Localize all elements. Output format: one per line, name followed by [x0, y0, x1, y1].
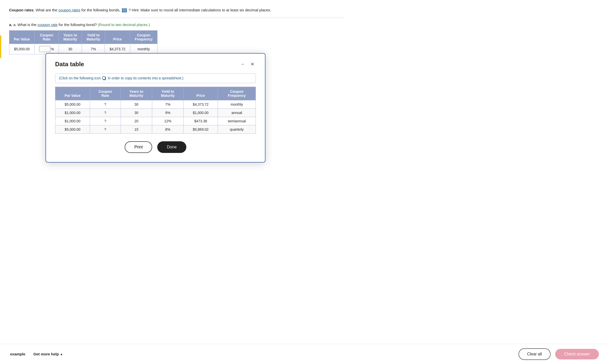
dt-header-yield-maturity: Yield toMaturity: [152, 87, 184, 100]
chevron-up-icon: ▲: [60, 352, 63, 356]
dt-yield-maturity: 12%: [152, 117, 184, 125]
dt-par-value: $1,000.00: [55, 117, 90, 125]
main-par-value: $5,000.00: [9, 44, 35, 54]
dt-coupon-frequency: semiannual: [218, 117, 256, 125]
modal-minimize-button[interactable]: −: [239, 61, 246, 68]
modal-controls: − ✕: [239, 61, 256, 68]
bottom-right: Clear all Check answer: [518, 348, 599, 360]
dt-par-value: $1,000.00: [55, 109, 90, 117]
left-accent-bar: [0, 35, 1, 58]
main-header-coupon-rate: CouponRate: [35, 31, 59, 44]
dt-header-price: Price: [184, 87, 218, 100]
main-yield-maturity: 7%: [82, 44, 105, 54]
question-text: . What are the: [34, 8, 58, 12]
sub-question-a: a.: [9, 22, 12, 27]
dt-header-years-maturity: Years toMaturity: [121, 87, 152, 100]
modal-note-text2: in order to copy its contents into a spr…: [108, 76, 184, 80]
main-header-price: Price: [105, 31, 130, 44]
dt-par-value: $5,000.00: [55, 125, 90, 134]
question-hint: ? Hint: Make sure to round all intermedi…: [129, 8, 271, 12]
dt-price: $1,000.00: [184, 109, 218, 117]
sub-question-rest: for the following bond?: [58, 22, 98, 27]
dt-header-coupon-frequency: CouponFrequency: [218, 87, 256, 100]
dt-coupon-frequency: annual: [218, 109, 256, 117]
dt-coupon-frequency: quarterly: [218, 125, 256, 134]
dt-years-maturity: 30: [121, 109, 152, 117]
coupon-rate-input[interactable]: [39, 46, 50, 52]
get-more-help-text: Get more help: [33, 352, 59, 356]
data-table-modal: Data table − ✕ (Click on the following i…: [46, 53, 265, 163]
round-note: (Round to two decimal places.): [98, 22, 150, 27]
dt-coupon-rate: ?: [90, 117, 121, 125]
modal-title: Data table: [55, 61, 84, 68]
bottom-bar: example Get more help ▲ Clear all Check …: [0, 344, 609, 364]
modal-close-button[interactable]: ✕: [249, 61, 256, 68]
main-years-maturity: 30: [59, 44, 82, 54]
modal-note-text1: (Click on the following icon: [59, 76, 102, 80]
dt-coupon-rate: ?: [90, 100, 121, 109]
dt-price: $5,869.02: [184, 125, 218, 134]
clear-all-button[interactable]: Clear all: [518, 348, 551, 360]
bottom-left: example Get more help ▲: [10, 352, 63, 356]
check-answer-button[interactable]: Check answer: [555, 349, 599, 359]
data-table-row: $1,000.00?309%$1,000.00annual: [55, 109, 256, 117]
coupon-rate-link[interactable]: coupon rate: [38, 22, 58, 27]
question-intro: Coupon rates: [9, 8, 34, 12]
dt-coupon-rate: ?: [90, 109, 121, 117]
sub-question-text: a. What is the: [13, 22, 38, 27]
dt-years-maturity: 15: [121, 125, 152, 134]
dt-header-coupon-rate: CouponRate: [90, 87, 121, 100]
main-header-years-maturity: Years toMaturity: [59, 31, 82, 44]
spreadsheet-icon-inline: [121, 8, 128, 12]
main-header-coupon-frequency: CouponFrequency: [130, 31, 157, 44]
question-header: Coupon rates. What are the coupon rates …: [9, 7, 345, 13]
done-button[interactable]: Done: [157, 141, 186, 153]
dt-years-maturity: 20: [121, 117, 152, 125]
dt-price: $473.38: [184, 117, 218, 125]
main-header-par-value: Par Value: [9, 31, 35, 44]
dt-years-maturity: 30: [121, 100, 152, 109]
copy-icon: [102, 76, 108, 80]
main-coupon-rate-cell: %: [35, 44, 59, 54]
dt-header-par-value: Par Value: [55, 87, 90, 100]
main-price: $4,373.72: [105, 44, 130, 54]
modal-note: (Click on the following icon in order to…: [55, 73, 256, 83]
data-table: Par Value CouponRate Years toMaturity Yi…: [55, 87, 256, 134]
data-table-row: $1,000.00?2012%$473.38semiannual: [55, 117, 256, 125]
svg-rect-6: [103, 77, 105, 79]
dt-coupon-rate: ?: [90, 125, 121, 134]
dt-yield-maturity: 9%: [152, 109, 184, 117]
print-button[interactable]: Print: [125, 141, 152, 153]
example-label: example: [10, 352, 25, 356]
dt-yield-maturity: 8%: [152, 125, 184, 134]
divider: [9, 18, 345, 18]
percent-label: %: [51, 47, 54, 51]
get-more-help-button[interactable]: Get more help ▲: [33, 352, 63, 356]
main-header-yield-maturity: Yield toMaturity: [82, 31, 105, 44]
sub-question: a. a. What is the coupon rate for the fo…: [9, 22, 345, 27]
dt-yield-maturity: 7%: [152, 100, 184, 109]
main-question-table: Par Value CouponRate Years toMaturity Yi…: [9, 30, 157, 54]
dt-coupon-frequency: monthly: [218, 100, 256, 109]
modal-titlebar: Data table − ✕: [55, 61, 256, 68]
main-table-row: $5,000.00 % 30 7% $4,373.72 monthly: [9, 44, 157, 54]
coupon-rates-link[interactable]: coupon rates: [58, 8, 80, 12]
data-table-row: $5,000.00?307%$4,373.72monthly: [55, 100, 256, 109]
main-coupon-frequency: monthly: [130, 44, 157, 54]
dt-price: $4,373.72: [184, 100, 218, 109]
dt-par-value: $5,000.00: [55, 100, 90, 109]
data-table-row: $5,000.00?158%$5,869.02quarterly: [55, 125, 256, 134]
question-rest: for the following bonds,: [80, 8, 122, 12]
svg-rect-0: [122, 8, 127, 12]
modal-actions: Print Done: [55, 141, 256, 153]
